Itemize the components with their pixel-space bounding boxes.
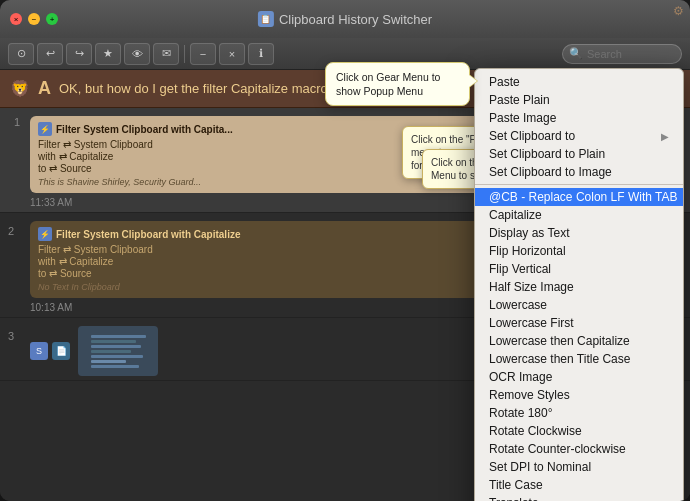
callout-tail: [469, 75, 477, 87]
thumb-line-7: [91, 365, 139, 368]
clip-3-lines: [87, 331, 150, 372]
x-button[interactable]: ×: [219, 43, 245, 65]
eye-button[interactable]: 👁: [124, 43, 150, 65]
menu-item-set-clipboard[interactable]: Set Clipboard to ▶: [475, 127, 683, 145]
menu-item-ocr[interactable]: OCR Image: [475, 368, 683, 386]
menu-item-cb-replace[interactable]: @CB - Replace Colon LF With TAB: [475, 188, 683, 206]
menu-item-rotate-ccw[interactable]: Rotate Counter-clockwise: [475, 440, 683, 458]
menu-item-paste-image[interactable]: Paste Image: [475, 109, 683, 127]
window-title: Clipboard History Switcher: [279, 12, 432, 27]
app-icon: 📋: [258, 11, 274, 27]
clip-num-1: 1: [14, 116, 20, 128]
popup-menu: Paste Paste Plain Paste Image Set Clipbo…: [474, 68, 684, 501]
menu-item-flip-v[interactable]: Flip Vertical: [475, 260, 683, 278]
app-window: × − + 📋 Clipboard History Switcher ⊙ ↩ ↪…: [0, 0, 690, 501]
clip-3-icon1: S: [30, 342, 48, 360]
camera-button[interactable]: ⊙: [8, 43, 34, 65]
window-controls: × − +: [10, 13, 58, 25]
menu-item-lowercase-capitalize[interactable]: Lowercase then Capitalize: [475, 332, 683, 350]
clip-card-1-icon: ⚡: [38, 122, 52, 136]
clip-num-3: 3: [8, 330, 14, 342]
clip-card-2-icon: ⚡: [38, 227, 52, 241]
thumb-line-1: [91, 335, 146, 338]
thumb-line-5: [91, 355, 143, 358]
maximize-button[interactable]: +: [46, 13, 58, 25]
submenu-arrow-1: ▶: [661, 131, 669, 142]
close-button[interactable]: ×: [10, 13, 22, 25]
menu-item-capitalize[interactable]: Capitalize: [475, 206, 683, 224]
menu-item-lowercase-title[interactable]: Lowercase then Title Case: [475, 350, 683, 368]
menu-item-display-text[interactable]: Display as Text: [475, 224, 683, 242]
thumb-line-3: [91, 345, 141, 348]
clip-time-1: 11:33 AM: [30, 197, 72, 208]
menu-item-rotate-180[interactable]: Rotate 180°: [475, 404, 683, 422]
menu-item-translate[interactable]: Translate: [475, 494, 683, 501]
minimize-button[interactable]: −: [28, 13, 40, 25]
titlebar: × − + 📋 Clipboard History Switcher: [0, 0, 690, 38]
menu-item-paste-plain[interactable]: Paste Plain: [475, 91, 683, 109]
clip-3-thumbnail: [78, 326, 158, 376]
search-input[interactable]: [587, 48, 672, 60]
thumb-line-4: [91, 350, 131, 353]
favorite-button[interactable]: ★: [95, 43, 121, 65]
brave-icon: 🦁: [10, 79, 30, 99]
clip-time-2: 10:13 AM: [30, 302, 72, 313]
info-button[interactable]: ℹ: [248, 43, 274, 65]
menu-item-lowercase[interactable]: Lowercase: [475, 296, 683, 314]
menu-item-set-clipboard-image[interactable]: Set Clipboard to Image: [475, 163, 683, 181]
menu-item-set-dpi[interactable]: Set DPI to Nominal: [475, 458, 683, 476]
back-button[interactable]: ↩: [37, 43, 63, 65]
menu-item-lowercase-first[interactable]: Lowercase First: [475, 314, 683, 332]
menu-item-set-clipboard-plain[interactable]: Set Clipboard to Plain: [475, 145, 683, 163]
menu-item-rotate-cw[interactable]: Rotate Clockwise: [475, 422, 683, 440]
thumb-line-6: [91, 360, 126, 363]
menu-item-half-size[interactable]: Half Size Image: [475, 278, 683, 296]
toolbar-sep-1: [184, 45, 185, 63]
clip-3-icon2: 📄: [52, 342, 70, 360]
gear-callout: Click on Gear Menu to show Popup Menu: [325, 62, 470, 106]
titlebar-center: 📋 Clipboard History Switcher: [258, 11, 432, 27]
menu-item-flip-h[interactable]: Flip Horizontal: [475, 242, 683, 260]
thumb-line-2: [91, 340, 136, 343]
menu-item-title-case[interactable]: Title Case: [475, 476, 683, 494]
menu-sep-1: [475, 184, 683, 185]
minus-button[interactable]: −: [190, 43, 216, 65]
mail-button[interactable]: ✉: [153, 43, 179, 65]
menu-item-paste[interactable]: Paste: [475, 73, 683, 91]
letter-a-icon: A: [38, 78, 51, 99]
search-container: 🔍: [562, 44, 682, 64]
menu-item-remove-styles[interactable]: Remove Styles: [475, 386, 683, 404]
clip-num-2: 2: [8, 225, 14, 237]
search-icon: 🔍: [569, 47, 583, 60]
forward-button[interactable]: ↪: [66, 43, 92, 65]
